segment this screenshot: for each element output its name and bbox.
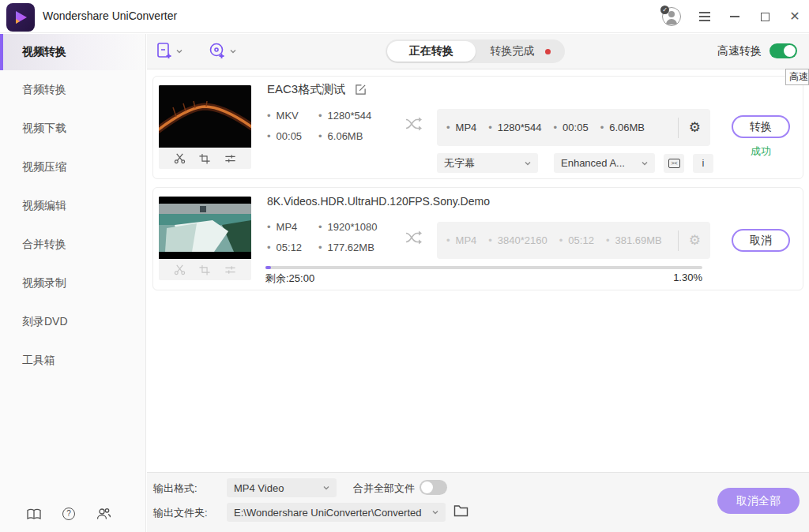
cancel-button[interactable]: 取消: [732, 229, 790, 252]
guide-book-icon[interactable]: [27, 507, 41, 521]
high-speed-toggle[interactable]: [769, 43, 797, 58]
sidebar-item-merge-convert[interactable]: 合并转换: [0, 225, 145, 264]
close-button[interactable]: ✕: [788, 10, 801, 23]
avatar-check-badge: ✓: [660, 6, 669, 14]
chevron-down-icon: [323, 485, 329, 491]
target-info: MP4 1280*544 00:05 6.06MB ⚙: [437, 109, 710, 146]
subtitle-select[interactable]: 无字幕: [437, 153, 538, 173]
chevron-down-icon: [432, 509, 438, 515]
merge-all-toggle[interactable]: [420, 480, 447, 495]
progress-bar: [265, 266, 702, 269]
trim-scissors-icon[interactable]: [173, 152, 186, 165]
source-resolution: 1920*1080: [318, 221, 377, 234]
output-folder-select[interactable]: E:\Wondershare UniConverter\Converted: [227, 503, 446, 522]
convert-tabs: 正在转换 转换完成: [386, 39, 565, 63]
chevron-down-icon: [642, 160, 648, 167]
target-resolution: 1280*544: [488, 122, 541, 133]
app-logo-icon: [6, 3, 35, 32]
crop-icon[interactable]: [198, 264, 211, 276]
effects-sliders-icon[interactable]: [224, 264, 237, 276]
source-duration: 05:12: [267, 242, 318, 254]
target-resolution: 3840*2160: [488, 234, 547, 246]
target-duration: 05:12: [559, 234, 594, 246]
source-info: MP4 1920*1080 05:12 177.62MB: [267, 221, 377, 254]
target-size: 381.69MB: [606, 234, 662, 246]
target-duration: 00:05: [554, 122, 589, 133]
rename-icon[interactable]: [355, 84, 367, 96]
app-title: Wondershare UniConverter: [43, 9, 177, 22]
chevron-down-icon: [525, 160, 531, 167]
sidebar-item-video-download[interactable]: 视频下载: [0, 109, 145, 148]
task-title: EAC3格式测试: [267, 82, 345, 97]
chevron-down-icon: [176, 48, 182, 54]
progress-fill: [265, 266, 271, 269]
high-speed-tooltip: 高速: [785, 69, 809, 85]
high-speed-label: 高速转换: [717, 44, 762, 58]
open-folder-icon[interactable]: [453, 504, 468, 517]
tab-finished[interactable]: 转换完成: [476, 44, 565, 58]
compress-icon-button[interactable]: > <: [664, 154, 684, 173]
time-remaining: 剩余:25:00: [265, 272, 314, 286]
video-thumbnail[interactable]: [159, 85, 251, 148]
chevron-down-icon: [230, 48, 236, 54]
settings-gear-icon[interactable]: ⚙: [689, 234, 701, 247]
source-duration: 00:05: [267, 130, 318, 143]
target-format: MP4: [446, 122, 476, 133]
sidebar-item-audio-convert[interactable]: 音频转换: [0, 70, 145, 109]
sidebar-item-video-convert[interactable]: 视频转换: [0, 34, 145, 70]
effects-sliders-icon[interactable]: [224, 152, 237, 165]
progress-percent: 1.30%: [673, 272, 702, 286]
settings-gear-icon[interactable]: ⚙: [689, 121, 701, 134]
sidebar: 视频转换 音频转换 视频下载 视频压缩 视频编辑 合并转换 视频录制 刻录DVD…: [0, 34, 146, 532]
convert-arrow-icon: [404, 116, 423, 132]
menu-icon[interactable]: [698, 10, 711, 23]
titlebar: Wondershare UniConverter ✓ ✕: [0, 0, 809, 33]
task-title: 8K.Videos.HDR.UltraHD.120FPS.Sony.Demo: [267, 195, 490, 208]
tab-converting[interactable]: 正在转换: [387, 41, 476, 62]
sidebar-item-screen-record[interactable]: 视频录制: [0, 264, 145, 302]
target-size: 6.06MB: [600, 122, 645, 133]
audio-select[interactable]: Enhanced A...: [554, 153, 655, 173]
output-folder-label: 输出文件夹:: [153, 506, 208, 520]
sidebar-item-video-compress[interactable]: 视频压缩: [0, 148, 145, 186]
account-avatar[interactable]: ✓: [662, 7, 681, 26]
add-dvd-button[interactable]: [209, 42, 236, 60]
info-icon-button[interactable]: i: [693, 154, 713, 173]
sidebar-item-video-edit[interactable]: 视频编辑: [0, 186, 145, 225]
task-row: 8K.Videos.HDR.UltraHD.120FPS.Sony.Demo M…: [152, 187, 803, 290]
source-format: MKV: [267, 110, 318, 122]
cancel-all-button[interactable]: 取消全部: [717, 488, 800, 514]
minimize-button[interactable]: [728, 10, 741, 23]
maximize-button[interactable]: [758, 10, 771, 23]
status-success: 成功: [732, 144, 790, 159]
convert-button[interactable]: 转换: [732, 115, 790, 138]
community-icon[interactable]: [96, 507, 111, 521]
output-format-label: 输出格式:: [153, 481, 198, 496]
video-thumbnail[interactable]: [159, 197, 251, 259]
add-files-button[interactable]: [156, 42, 182, 60]
output-bar: 输出格式: MP4 Video 合并全部文件 输出文件夹: E:\Wonders…: [147, 472, 809, 532]
merge-all-label: 合并全部文件: [353, 481, 415, 496]
target-info: MP4 3840*2160 05:12 381.69MB ⚙: [437, 222, 710, 259]
help-icon[interactable]: ?: [62, 508, 75, 520]
convert-arrow-icon: [404, 230, 423, 245]
source-size: 177.62MB: [318, 242, 377, 254]
crop-icon[interactable]: [198, 152, 211, 165]
toolbar: 正在转换 转换完成 高速转换: [147, 34, 809, 69]
target-format: MP4: [446, 234, 476, 246]
app-window: Wondershare UniConverter ✓ ✕ 视频转换 音频转换 视…: [0, 0, 809, 532]
sidebar-item-toolbox[interactable]: 工具箱: [0, 341, 145, 380]
source-info: MKV 1280*544 00:05 6.06MB: [267, 110, 371, 143]
source-resolution: 1280*544: [318, 110, 371, 122]
trim-scissors-icon[interactable]: [173, 264, 186, 276]
sidebar-item-burn-dvd[interactable]: 刻录DVD: [0, 302, 145, 341]
edit-toolbar: [159, 148, 251, 169]
edit-toolbar: [159, 259, 251, 280]
task-row: EAC3格式测试 MKV 1280*544 00:05 6.06MB: [152, 76, 803, 179]
notification-dot: [545, 49, 551, 54]
source-format: MP4: [267, 221, 318, 234]
source-size: 6.06MB: [318, 130, 371, 143]
output-format-select[interactable]: MP4 Video: [227, 478, 337, 497]
task-list: 高速: [147, 70, 809, 472]
